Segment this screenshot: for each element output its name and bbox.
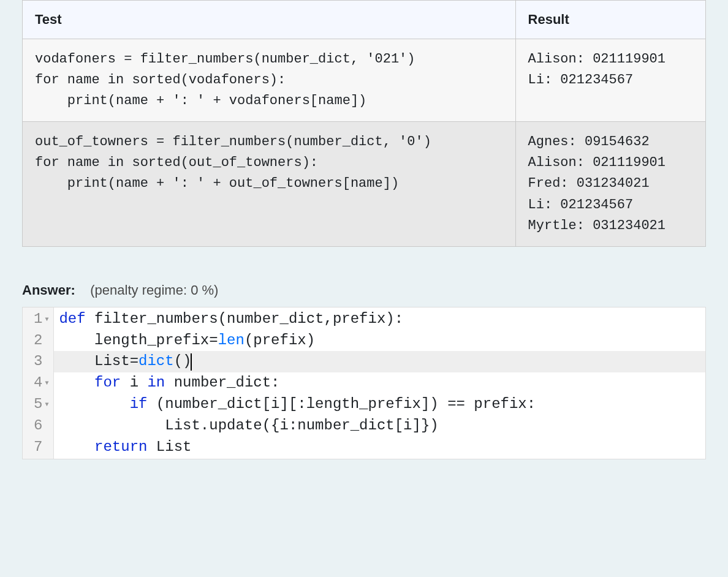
result-cell: Agnes: 09154632 Alison: 021119901 Fred: … xyxy=(515,122,705,246)
line-number: 6 xyxy=(23,415,53,437)
answer-label: Answer: (penalty regime: 0 %) xyxy=(22,282,706,298)
fold-icon[interactable]: ▼ xyxy=(45,401,48,410)
fold-icon[interactable]: ▼ xyxy=(45,315,48,325)
col-header-test: Test xyxy=(23,1,516,39)
code-line[interactable]: def filter_numbers(number_dict,prefix): xyxy=(54,309,705,330)
answer-section: Answer: (penalty regime: 0 %) 1▼2 3 4▼5▼… xyxy=(22,282,706,460)
result-cell: Alison: 021119901 Li: 021234567 xyxy=(515,39,705,122)
test-cell: vodafoners = filter_numbers(number_dict,… xyxy=(23,39,516,122)
code-line[interactable]: return List xyxy=(54,437,705,458)
line-number: 5▼ xyxy=(23,394,53,415)
code-editor[interactable]: 1▼2 3 4▼5▼6 7 def filter_numbers(number_… xyxy=(22,307,706,460)
line-number-gutter: 1▼2 3 4▼5▼6 7 xyxy=(23,307,54,459)
code-line[interactable]: List=dict() xyxy=(54,351,705,372)
line-number: 4▼ xyxy=(23,372,53,394)
page-container: Test Result vodafoners = filter_numbers(… xyxy=(0,0,728,481)
line-number: 1▼ xyxy=(23,309,53,330)
code-line[interactable]: if (number_dict[i][:length_prefix]) == p… xyxy=(54,394,705,415)
penalty-regime: (penalty regime: 0 %) xyxy=(90,282,218,298)
fold-icon[interactable]: ▼ xyxy=(45,379,48,388)
test-cell: out_of_towners = filter_numbers(number_d… xyxy=(23,122,516,246)
code-area[interactable]: def filter_numbers(number_dict,prefix): … xyxy=(54,307,705,459)
answer-label-text: Answer: xyxy=(22,282,75,298)
line-number: 2 xyxy=(23,330,53,352)
code-line[interactable]: for i in number_dict: xyxy=(54,372,705,394)
line-number: 7 xyxy=(23,437,53,458)
table-row: vodafoners = filter_numbers(number_dict,… xyxy=(23,39,706,122)
col-header-result: Result xyxy=(515,1,705,39)
code-line[interactable]: List.update({i:number_dict[i]}) xyxy=(54,415,705,437)
text-cursor xyxy=(191,353,192,371)
test-result-table: Test Result vodafoners = filter_numbers(… xyxy=(22,0,706,247)
table-row: out_of_towners = filter_numbers(number_d… xyxy=(23,122,706,246)
code-line[interactable]: length_prefix=len(prefix) xyxy=(54,330,705,352)
line-number: 3 xyxy=(23,351,53,372)
